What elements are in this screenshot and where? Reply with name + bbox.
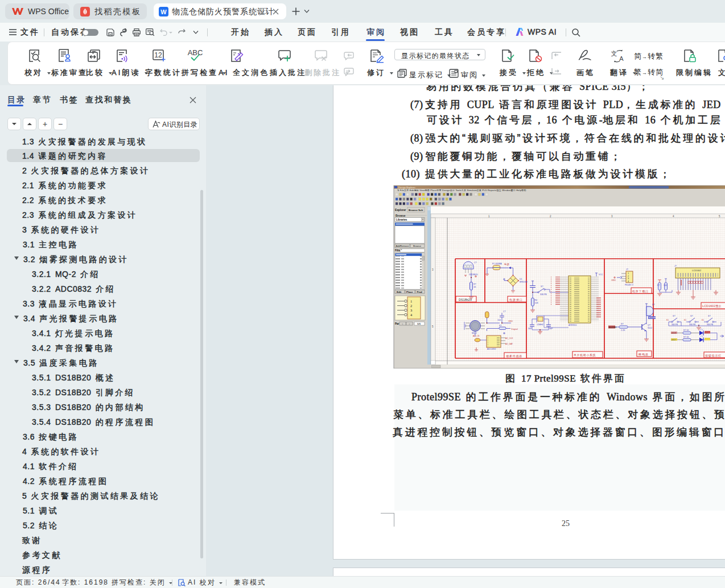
- svg-text:2: 2: [628, 275, 629, 278]
- svg-text:R?: R?: [621, 323, 624, 325]
- svg-text:DS18B20: DS18B20: [469, 274, 477, 276]
- svg-text:LCD1602显示: LCD1602显示: [702, 304, 721, 308]
- svg-text:2.2K: 2.2K: [621, 329, 625, 332]
- svg-text:S?: S?: [673, 315, 675, 317]
- svg-text:Vsignal: Vsignal: [511, 328, 518, 330]
- svg-text:BUZZER: BUZZER: [649, 317, 657, 319]
- svg-text:Find: Find: [417, 291, 423, 293]
- svg-text:Browse Sch: Browse Sch: [409, 209, 423, 212]
- svg-text:BRIDGE: BRIDGE: [520, 281, 528, 283]
- svg-text:烟雾传感器: 烟雾传感器: [506, 354, 522, 358]
- svg-text:A2_CS: A2_CS: [473, 335, 480, 337]
- svg-text:AddRemove: AddRemove: [396, 245, 410, 247]
- svg-text:蜂鸣器: 蜂鸣器: [639, 353, 649, 356]
- svg-text:12: 12: [154, 51, 162, 59]
- svg-text:LEDY: LEDY: [672, 339, 677, 341]
- svg-text:1: 1: [410, 299, 412, 303]
- svg-text:S?: S?: [541, 285, 543, 288]
- svg-text:<: <: [402, 322, 403, 325]
- svg-text:A: A: [619, 55, 624, 62]
- svg-text:Browse: Browse: [413, 245, 422, 247]
- svg-text:3: 3: [410, 308, 412, 312]
- svg-text:30P: 30P: [549, 328, 553, 330]
- svg-text:R?: R?: [499, 325, 502, 327]
- svg-text:Q?: Q?: [648, 324, 650, 326]
- svg-text:电源接口: 电源接口: [509, 298, 523, 302]
- svg-text:Place: Place: [406, 291, 413, 293]
- svg-text:K1: K1: [666, 319, 669, 321]
- svg-text:SW-PB: SW-PB: [540, 293, 547, 296]
- svg-text:A2_DAT: A2_DAT: [505, 343, 513, 345]
- svg-text:GND: GND: [611, 279, 616, 281]
- svg-text:LEDR: LEDR: [672, 332, 677, 334]
- svg-text:4: 4: [628, 280, 629, 283]
- svg-text:R4: R4: [535, 299, 538, 301]
- svg-text:Design Explorer: Design Explorer: [398, 186, 415, 189]
- svg-text:J?: J?: [626, 268, 628, 271]
- svg-text:MQ-2: MQ-2: [472, 332, 477, 334]
- svg-text:Filte: Filte: [395, 249, 401, 252]
- svg-text:D?: D?: [652, 304, 655, 306]
- svg-text:文: 文: [611, 50, 617, 57]
- svg-text:1: 1: [628, 272, 629, 275]
- svg-text:AT89S51: AT89S51: [569, 324, 577, 326]
- svg-text:单片机最小系统: 单片机最小系统: [574, 353, 596, 357]
- svg-text:F1 400MA: F1 400MA: [492, 263, 502, 265]
- svg-text:1K: 1K: [473, 286, 476, 288]
- svg-text:C?: C?: [474, 262, 477, 264]
- svg-text:Par: Par: [395, 322, 399, 325]
- svg-text:D1: D1: [520, 278, 522, 280]
- svg-text:C?: C?: [503, 310, 506, 313]
- svg-text:Edit: Edit: [397, 291, 402, 293]
- svg-text:GND: GND: [508, 320, 513, 322]
- svg-text:VCC: VCC: [599, 274, 603, 276]
- svg-text:A2_CLK: A2_CLK: [505, 337, 513, 339]
- svg-text:BUZZER: BUZZER: [609, 326, 617, 329]
- svg-text:1/1: 1/1: [417, 322, 421, 325]
- svg-text:程序下载口: 程序下载口: [632, 289, 649, 293]
- svg-text:Header 4: Header 4: [625, 284, 633, 286]
- svg-text:R?: R?: [657, 284, 660, 287]
- svg-text:>: >: [409, 322, 410, 325]
- svg-text:*: *: [401, 249, 402, 252]
- svg-text:9012: 9012: [648, 327, 652, 329]
- svg-text:2: 2: [410, 304, 412, 308]
- svg-text:DS18b20: DS18b20: [459, 298, 472, 301]
- svg-text:电源: 电源: [504, 263, 510, 266]
- svg-text:按键指示灯: 按键指示灯: [705, 354, 722, 358]
- svg-text:SW-PB: SW-PB: [672, 324, 678, 326]
- svg-text:ADC0832: ADC0832: [487, 348, 496, 350]
- svg-text:30P: 30P: [528, 328, 532, 330]
- svg-text:3: 3: [628, 278, 629, 280]
- svg-text:Explorer: Explorer: [395, 209, 406, 212]
- svg-text:10K: 10K: [535, 302, 539, 304]
- svg-text:Browse: Browse: [396, 214, 406, 217]
- svg-text:10K: 10K: [664, 284, 668, 287]
- svg-text:R? 1K: R? 1K: [683, 329, 689, 332]
- svg-text:R? 1K: R? 1K: [683, 336, 689, 338]
- svg-text:104: 104: [497, 319, 501, 321]
- svg-text:12MHZ: 12MHZ: [537, 324, 544, 326]
- svg-text:Libraries: Libraries: [396, 218, 407, 221]
- svg-text:LCD1602: LCD1602: [692, 270, 701, 272]
- svg-text:R?: R?: [473, 283, 476, 285]
- svg-text:J?: J?: [674, 265, 677, 267]
- svg-text:ABC: ABC: [188, 49, 203, 57]
- svg-text:W: W: [160, 9, 167, 15]
